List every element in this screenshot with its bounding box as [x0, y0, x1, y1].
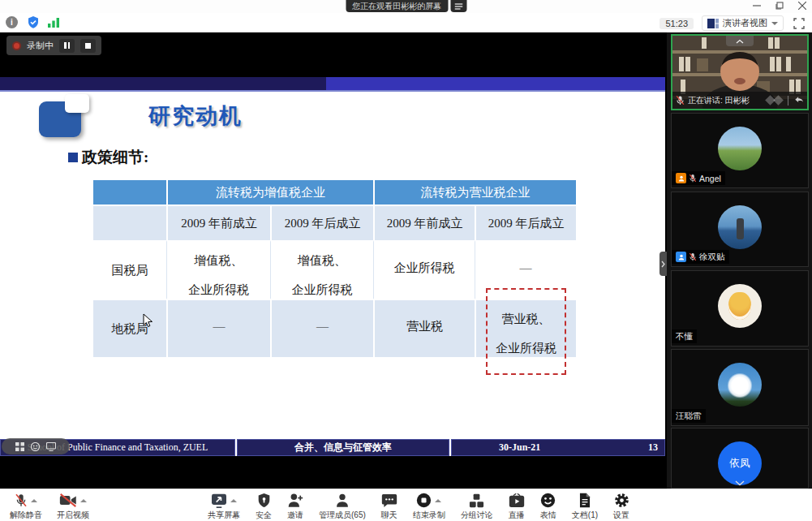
table-subheader-cell: 2009 年前成立 — [166, 205, 270, 240]
security-shield-icon — [257, 493, 271, 508]
slide-title: 研究动机 — [148, 101, 243, 131]
bullet-square-icon — [68, 153, 78, 162]
table-subheader-cell: 2009 年前成立 — [373, 205, 475, 240]
titlebar: 您正在观看田彬彬的屏幕 — [0, 0, 812, 13]
scroll-more-button[interactable] — [735, 480, 745, 486]
fullscreen-button[interactable] — [792, 16, 806, 30]
members-icon — [335, 493, 350, 508]
info-icon: i — [6, 16, 18, 28]
host-badge-icon — [676, 173, 686, 183]
table-group-header: 流转税为营业税企业 — [373, 180, 576, 205]
footer-page-number: 13 — [648, 441, 658, 454]
participant-name-tag: Angel — [672, 171, 725, 185]
table-cell: 企业所得税 — [373, 240, 475, 299]
table-row-label: 国税局 — [93, 240, 166, 299]
slide-top-bar-underline — [0, 90, 665, 92]
mic-muted-icon — [676, 95, 685, 105]
slide-top-bar-blue — [326, 77, 665, 90]
table-corner-cell — [93, 180, 166, 205]
docs-button[interactable]: 文档(1) — [572, 492, 598, 521]
stop-record-button[interactable]: 结束录制 — [413, 492, 445, 521]
annotation-toolbar[interactable] — [2, 438, 70, 454]
mic-muted-icon — [689, 252, 697, 261]
banner-menu-button[interactable] — [450, 0, 466, 12]
manage-members-button[interactable]: 管理成员(65) — [319, 492, 366, 521]
unmute-button[interactable]: 解除静音 — [10, 492, 42, 521]
caret-up-icon[interactable] — [80, 499, 87, 502]
slide-bullet: 政策细节: — [68, 147, 148, 168]
live-stream-button[interactable]: 直播 — [509, 492, 525, 521]
presentation-slide: 研究动机 政策细节: 流转税为增值税企业 流转税为营业税企业 2009 年前成立… — [0, 77, 665, 456]
table-subheader-cell: 2009 年后成立 — [475, 205, 576, 240]
meeting-security-button[interactable] — [26, 15, 40, 29]
sidebar-collapse-handle[interactable] — [659, 252, 667, 276]
invite-button[interactable]: 邀请 — [287, 492, 303, 521]
avatar — [718, 205, 762, 249]
participant-tile[interactable]: 汪聪雷 — [671, 349, 809, 426]
avatar — [718, 127, 762, 170]
bullet-text: 政策细节: — [82, 147, 148, 168]
close-button[interactable] — [797, 1, 807, 11]
settings-button[interactable]: 设置 — [613, 492, 629, 521]
chat-button[interactable]: 聊天 — [381, 492, 397, 521]
meeting-info-button[interactable]: i — [5, 15, 19, 29]
share-screen-button[interactable]: 共享屏幕 — [208, 492, 240, 521]
signal-bars-icon — [48, 17, 60, 28]
stop-recording-button[interactable] — [80, 39, 96, 53]
speaking-label: 正在讲话: 田彬彬 — [688, 95, 750, 106]
chevron-down-icon — [771, 22, 778, 25]
participant-name: 汪聪雷 — [676, 411, 702, 422]
participant-tile[interactable]: 徐双贴 — [671, 192, 809, 267]
mic-muted-icon — [689, 174, 697, 183]
live-tv-icon — [509, 493, 525, 508]
emoji-button[interactable]: 表情 — [540, 492, 556, 521]
close-icon — [798, 2, 806, 10]
share-screen-icon — [211, 493, 227, 508]
participant-tile[interactable]: 不懂 — [671, 270, 809, 347]
chevron-right-icon — [661, 260, 665, 268]
view-mode-label: 演讲者视图 — [723, 17, 767, 29]
active-speaker-tile[interactable]: 正在讲话: 田彬彬 — [671, 34, 809, 110]
recording-label: 录制中 — [27, 40, 54, 52]
fullscreen-icon — [793, 18, 805, 29]
collapse-video-button[interactable] — [726, 36, 754, 46]
caret-up-icon[interactable] — [230, 499, 237, 502]
invite-person-icon — [287, 493, 303, 508]
participants-sidebar: 正在讲话: 田彬彬 — [667, 32, 812, 489]
chat-bubble-icon — [381, 493, 397, 508]
pause-recording-button[interactable] — [59, 39, 75, 53]
participant-name: 徐双贴 — [699, 252, 725, 263]
start-video-button[interactable]: 开启视频 — [57, 492, 89, 521]
avatar — [718, 363, 762, 407]
reply-arrow-icon[interactable] — [794, 96, 804, 105]
record-stop-icon — [416, 493, 432, 508]
footer-date: 30-Jun-21 — [499, 441, 540, 454]
footer-right: 30-Jun-21 13 — [451, 439, 665, 456]
footer-topic: 合并、信息与征管效率 — [237, 439, 449, 456]
participant-tile[interactable]: 依凤 — [671, 428, 809, 489]
table-cell: — — [270, 299, 373, 357]
security-button[interactable]: 安全 — [256, 492, 272, 521]
watching-banner-text: 您正在观看田彬彬的屏幕 — [346, 0, 448, 12]
minimize-icon — [753, 2, 761, 10]
minimize-button[interactable] — [752, 1, 762, 11]
caret-up-icon[interactable] — [435, 499, 441, 502]
record-dot-icon — [12, 41, 21, 50]
view-mode-selector[interactable]: 演讲者视图 — [702, 15, 784, 31]
menubar: i 51:23 演讲者视图 — [0, 13, 812, 32]
participant-tile[interactable]: Angel — [671, 113, 809, 188]
watching-banner: 您正在观看田彬彬的屏幕 — [346, 0, 466, 12]
meeting-toolbar: 解除静音 开启视频 — [0, 489, 812, 521]
shield-check-icon — [27, 15, 40, 29]
maximize-button[interactable] — [775, 1, 784, 11]
mouse-cursor — [143, 313, 155, 328]
document-icon — [578, 493, 591, 508]
highlight-dashed-box — [486, 288, 566, 375]
network-quality-button[interactable] — [47, 15, 61, 29]
participant-name-tag: 徐双贴 — [672, 250, 729, 264]
caret-up-icon[interactable] — [31, 499, 37, 502]
breakout-rooms-button[interactable]: 分组讨论 — [461, 492, 493, 521]
monitor-icon — [46, 442, 56, 451]
gear-icon — [614, 493, 629, 508]
participant-name: Angel — [699, 174, 721, 183]
